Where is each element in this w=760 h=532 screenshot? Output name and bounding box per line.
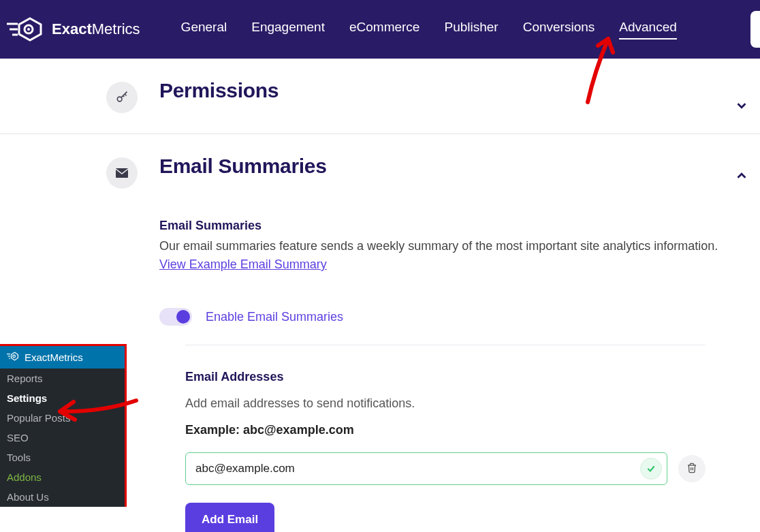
wp-sidebar-active[interactable]: ExactMetrics (0, 346, 125, 369)
toggle-knob (176, 310, 190, 324)
wp-sidebar-active-label: ExactMetrics (25, 351, 83, 363)
svg-point-5 (27, 28, 30, 31)
chevron-down-icon[interactable] (734, 98, 749, 116)
brand-text: ExactMetrics (52, 20, 140, 38)
nav-links: General Engagement eCommerce Publisher C… (181, 20, 677, 40)
envelope-icon (106, 157, 138, 189)
check-icon (640, 458, 662, 480)
wp-item-settings[interactable]: Settings (0, 388, 125, 408)
toggle-label: Enable Email Summaries (206, 310, 343, 324)
svg-rect-7 (116, 168, 128, 178)
field-help: Add email addresses to send notification… (185, 396, 706, 411)
nav-right-panel (750, 11, 760, 48)
wp-item-popular-posts[interactable]: Popular Posts (0, 408, 125, 428)
example-link[interactable]: View Example Email Summary (159, 257, 327, 271)
wp-item-reports[interactable]: Reports (0, 369, 125, 388)
email-subheading: Email Summaries (159, 219, 733, 233)
nav-publisher[interactable]: Publisher (444, 20, 498, 40)
permissions-title: Permissions (159, 79, 733, 102)
field-example: Example: abc@example.com (185, 423, 706, 437)
brand-logo-icon (5, 16, 45, 43)
add-email-button[interactable]: Add Email (185, 503, 274, 532)
section-permissions: Permissions (0, 59, 760, 134)
svg-marker-11 (12, 352, 18, 360)
nav-conversions[interactable]: Conversions (523, 20, 595, 40)
email-desc-text: Our email summaries feature sends a week… (159, 239, 718, 253)
wp-item-tools[interactable]: Tools (0, 448, 125, 467)
nav-advanced[interactable]: Advanced (619, 20, 677, 40)
brand: ExactMetrics (5, 16, 140, 43)
svg-point-12 (13, 355, 16, 358)
toggle-row: Enable Email Summaries (159, 308, 733, 326)
enable-email-toggle[interactable] (159, 308, 192, 326)
field-label: Email Addresses (185, 370, 706, 384)
nav-ecommerce[interactable]: eCommerce (349, 20, 419, 40)
email-field-block: Email Addresses Add email addresses to s… (159, 345, 733, 532)
delete-email-button[interactable] (678, 455, 706, 482)
top-nav: ExactMetrics General Engagement eCommerc… (0, 0, 760, 59)
email-input-wrap (185, 452, 667, 485)
wp-item-about[interactable]: About Us (0, 487, 125, 507)
nav-engagement[interactable]: Engagement (251, 20, 325, 40)
email-title: Email Summaries (159, 155, 733, 178)
email-desc: Our email summaries feature sends a week… (159, 237, 733, 274)
nav-general[interactable]: General (181, 20, 227, 40)
trash-icon (686, 462, 697, 476)
wp-sidebar: ExactMetrics Reports Settings Popular Po… (0, 344, 127, 507)
input-row (185, 452, 706, 485)
key-icon (106, 82, 138, 113)
chevron-up-icon[interactable] (734, 168, 749, 186)
email-input[interactable] (185, 452, 667, 485)
wp-item-seo[interactable]: SEO (0, 428, 125, 448)
wp-item-addons[interactable]: Addons (0, 467, 125, 487)
wp-brand-icon (7, 351, 19, 363)
